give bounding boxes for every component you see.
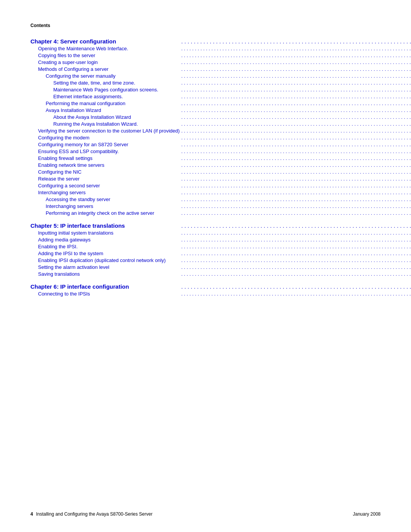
toc-dots: . . . . . . . . . . . . . . . . . . . . … [181,155,411,161]
toc-dots: . . . . . . . . . . . . . . . . . . . . … [181,46,411,51]
toc-dots: . . . . . . . . . . . . . . . . . . . . … [181,291,411,297]
footer-title: Installing and Configuring the Avaya S87… [36,511,153,517]
toc-entry-label: Maintenance Web Pages configuration scre… [30,87,158,93]
toc-dots: . . . . . . . . . . . . . . . . . . . . … [181,222,411,229]
toc-dots: . . . . . . . . . . . . . . . . . . . . … [181,197,411,202]
toc-entry-label: Enabling IPSI duplication (duplicated co… [30,257,166,263]
toc-entry-label: Chapter 6: IP interface configuration [30,283,129,290]
toc-dots: . . . . . . . . . . . . . . . . . . . . … [181,80,411,86]
toc-dots: . . . . . . . . . . . . . . . . . . . . … [181,283,411,290]
toc-row: Configuring the modem. . . . . . . . . .… [30,134,411,141]
toc-row: Inputting initial system translations. .… [30,229,411,236]
toc-dots: . . . . . . . . . . . . . . . . . . . . … [181,135,411,141]
toc-row: Setting the date, time, and time zone.. … [30,79,411,86]
toc-dots: . . . . . . . . . . . . . . . . . . . . … [181,176,411,182]
footer: 4 Installing and Configuring the Avaya S… [30,511,381,517]
toc-row: Adding the IPSI to the system. . . . . .… [30,250,411,257]
toc-entry-label: Performing an integrity check on the act… [30,210,154,216]
toc-entry-label: Chapter 4: Server configuration [30,38,116,45]
toc-entry-label: Running the Avaya Installation Wizard. [30,121,138,127]
toc-entry-label: Copying files to the server [30,53,95,58]
toc-dots: . . . . . . . . . . . . . . . . . . . . … [181,203,411,209]
toc-entry-label: Verifying the server connection to the c… [30,128,180,134]
toc-row: Performing the manual configuration. . .… [30,100,411,107]
toc-entry-label: About the Avaya Installation Wizard [30,114,131,120]
toc-entry-label: Ethernet interface assignments. [30,94,123,99]
toc-row: Ensuring ESS and LSP compatibility.. . .… [30,148,411,155]
toc-row: Interchanging servers. . . . . . . . . .… [30,189,411,196]
toc-entry-label: Configuring memory for an S8720 Server [30,142,128,147]
toc-row: Adding media gateways. . . . . . . . . .… [30,236,411,243]
toc-row: Chapter 5: IP interface translations. . … [30,222,411,229]
toc-row: Connecting to the IPSIs. . . . . . . . .… [30,290,411,297]
toc-entry-label: Configuring the modem [30,135,89,141]
toc-entry-label: Chapter 5: IP interface translations [30,222,125,229]
toc-row: Saving translations. . . . . . . . . . .… [30,270,411,277]
toc-row: Configuring the server manually. . . . .… [30,72,411,79]
toc-entry-label: Inputting initial system translations [30,230,113,236]
toc-dots: . . . . . . . . . . . . . . . . . . . . … [181,183,411,189]
toc-entry-label: Enabling network time servers [30,162,104,168]
toc-row: Enabling network time servers. . . . . .… [30,161,411,168]
header-label: Contents [30,23,381,28]
toc-dots: . . . . . . . . . . . . . . . . . . . . … [181,101,411,106]
toc-row: Avaya Installation Wizard. . . . . . . .… [30,107,411,113]
footer-page-number: 4 [30,511,33,517]
toc-row: Methods of Configuring a server. . . . .… [30,66,411,72]
toc-dots: . . . . . . . . . . . . . . . . . . . . … [181,114,411,120]
toc-dots: . . . . . . . . . . . . . . . . . . . . … [181,121,411,127]
toc-row: About the Avaya Installation Wizard. . .… [30,113,411,120]
toc-row: Accessing the standby server. . . . . . … [30,196,411,203]
toc-entry-label: Setting the alarm activation level [30,264,109,270]
toc-entry-label: Enabling the IPSI. [30,244,78,249]
toc-dots: . . . . . . . . . . . . . . . . . . . . … [181,251,411,256]
toc-entry-label: Release the server [30,176,80,182]
toc-entry-label: Performing the manual configuration [30,101,126,106]
toc-dots: . . . . . . . . . . . . . . . . . . . . … [181,237,411,243]
toc-row: Copying files to the server. . . . . . .… [30,52,411,59]
toc-row: Opening the Maintenance Web Interface.. … [30,45,411,52]
toc-entry-label: Configuring the server manually [30,73,116,79]
toc-entry-label: Opening the Maintenance Web Interface. [30,46,128,51]
toc-dots: . . . . . . . . . . . . . . . . . . . . … [181,59,411,65]
toc-dots: . . . . . . . . . . . . . . . . . . . . … [181,94,411,99]
toc-row: Configuring the NIC. . . . . . . . . . .… [30,168,411,175]
toc-row: Creating a super-user login. . . . . . .… [30,59,411,66]
toc-row: Running the Avaya Installation Wizard.. … [30,120,411,127]
toc-row: Configuring memory for an S8720 Server. … [30,141,411,148]
toc-row: Chapter 6: IP interface configuration. .… [30,283,411,290]
toc-dots: . . . . . . . . . . . . . . . . . . . . … [181,271,411,277]
toc-entry-label: Adding media gateways [30,237,91,243]
toc-dots: . . . . . . . . . . . . . . . . . . . . … [181,230,411,236]
toc-row: Performing an integrity check on the act… [30,209,411,216]
toc-row: Maintenance Web Pages configuration scre… [30,86,411,93]
toc-dots: . . . . . . . . . . . . . . . . . . . . … [181,210,411,216]
toc-row: Ethernet interface assignments.. . . . .… [30,93,411,100]
toc-dots: . . . . . . . . . . . . . . . . . . . . … [181,38,411,45]
toc-dots: . . . . . . . . . . . . . . . . . . . . … [181,257,411,263]
toc-table: Chapter 4: Server configuration. . . . .… [30,37,411,297]
footer-left: 4 Installing and Configuring the Avaya S… [30,511,153,517]
toc-dots: . . . . . . . . . . . . . . . . . . . . … [181,87,411,93]
toc-entry-label: Enabling firewall settings [30,155,92,161]
footer-date: January 2008 [353,511,381,517]
toc-entry-label: Configuring the NIC [30,169,81,175]
toc-dots: . . . . . . . . . . . . . . . . . . . . … [181,107,411,113]
toc-dots: . . . . . . . . . . . . . . . . . . . . … [181,142,411,147]
toc-dots: . . . . . . . . . . . . . . . . . . . . … [181,162,411,168]
toc-entry-label: Ensuring ESS and LSP compatibility. [30,149,119,154]
toc-entry-label: Interchanging servers [30,190,86,195]
toc-dots: . . . . . . . . . . . . . . . . . . . . … [181,128,411,134]
toc-entry-label: Connecting to the IPSIs [30,291,90,297]
toc-dots: . . . . . . . . . . . . . . . . . . . . … [181,169,411,175]
page: Contents Chapter 4: Server configuration… [0,0,411,532]
toc-entry-label: Avaya Installation Wizard [30,107,101,113]
toc-entry-label: Configuring a second server [30,183,100,189]
toc-entry-label: Creating a super-user login [30,59,98,65]
toc-row: Enabling IPSI duplication (duplicated co… [30,257,411,264]
toc-dots: . . . . . . . . . . . . . . . . . . . . … [181,53,411,58]
toc-entry-label: Methods of Configuring a server [30,66,108,72]
toc-dots: . . . . . . . . . . . . . . . . . . . . … [181,73,411,79]
toc-entry-label: Setting the date, time, and time zone. [30,80,135,86]
toc-dots: . . . . . . . . . . . . . . . . . . . . … [181,149,411,154]
